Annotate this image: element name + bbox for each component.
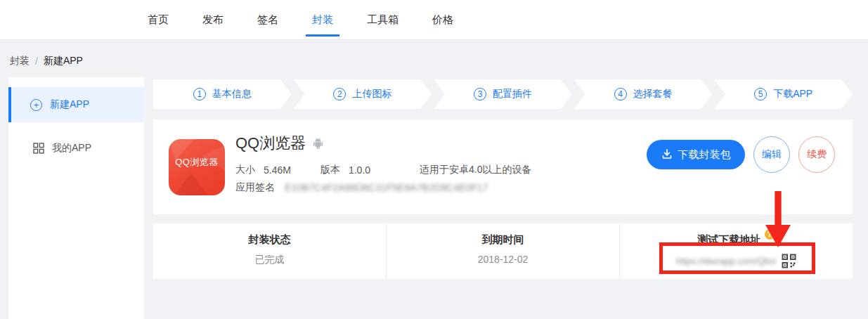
app-name: QQ浏览器 (235, 133, 306, 154)
breadcrumb: 封装 / 新建APP (10, 55, 83, 67)
step-label: 下载APP (773, 88, 812, 100)
app-meta: 大小 5.46M 版本 1.0.0 适用于安卓4.0以上的设备 (235, 164, 532, 176)
version-label: 版本 (320, 164, 340, 176)
renew-button[interactable]: 续费 (798, 136, 835, 173)
step-label: 选择套餐 (633, 88, 673, 100)
sidebar-item-new-app[interactable]: + 新建APP (8, 87, 144, 122)
android-icon (312, 137, 324, 150)
step-select-plan[interactable]: 4 选择套餐 (574, 79, 713, 109)
package-state-label: 封装状态 (249, 233, 291, 247)
app-icon-label: QQ浏览器 (175, 156, 219, 169)
sidebar-item-label: 新建APP (50, 98, 89, 111)
test-download-url-masked[interactable]: https://dwzapp.com/Qbvi (676, 256, 776, 266)
expiry-value: 2018-12-02 (478, 254, 529, 265)
size-value: 5.46M (264, 164, 291, 176)
step-download-app[interactable]: 5 下载APP (714, 79, 853, 109)
sidebar-item-label: 我的APP (52, 142, 91, 155)
nav-item-package[interactable]: 封装 (312, 13, 333, 27)
download-package-button[interactable]: 下载封装包 (647, 140, 745, 169)
sidebar: + 新建APP 我的APP (8, 77, 144, 319)
signature-label: 应用签名 (235, 181, 275, 194)
help-icon[interactable]: ? (765, 229, 775, 240)
step-label: 基本信息 (212, 88, 252, 100)
step-number: 3 (474, 88, 486, 100)
package-state-value: 已完成 (255, 254, 285, 266)
status-col-package-state: 封装状态 已完成 (153, 223, 387, 279)
grid-icon (33, 143, 44, 154)
download-package-label: 下载封装包 (678, 148, 731, 162)
download-icon (661, 148, 673, 162)
top-nav: 首页 发布 签名 封装 工具箱 价格 (0, 0, 868, 40)
signature-value-masked: E10B7C4F2A98D6C31F5E8A7B2D9C4E0F17 (285, 182, 488, 193)
step-number: 2 (333, 88, 346, 100)
nav-item-toolbox[interactable]: 工具箱 (367, 13, 399, 27)
nav-item-publish[interactable]: 发布 (202, 13, 224, 27)
breadcrumb-separator: / (35, 56, 38, 67)
nav-item-home[interactable]: 首页 (148, 13, 169, 27)
app-icon: QQ浏览器 (169, 139, 225, 195)
size-label: 大小 (235, 164, 255, 176)
step-configure-plugins[interactable]: 3 配置插件 (434, 79, 572, 109)
version-value: 1.0.0 (349, 164, 370, 176)
sidebar-item-my-app[interactable]: 我的APP (8, 131, 144, 166)
plus-circle-icon: + (30, 99, 42, 111)
edit-button[interactable]: 编辑 (753, 136, 790, 173)
status-col-expiry: 到期时间 2018-12-02 (387, 223, 620, 279)
steps-bar: 1 基本信息 2 上传图标 3 配置插件 4 选择套餐 5 下载APP (153, 79, 853, 109)
step-number: 5 (754, 88, 767, 100)
package-app-page: 首页 发布 签名 封装 工具箱 价格 封装 / 新建APP + 新建APP 我的… (0, 0, 868, 319)
expiry-label: 到期时间 (482, 233, 524, 247)
step-label: 配置插件 (493, 88, 532, 100)
status-card: 封装状态 已完成 到期时间 2018-12-02 测试下载地址 ? https:… (153, 223, 853, 279)
step-upload-icon[interactable]: 2 上传图标 (294, 79, 432, 109)
nav-item-price[interactable]: 价格 (432, 13, 453, 27)
breadcrumb-section[interactable]: 封装 (10, 55, 30, 67)
step-label: 上传图标 (352, 88, 391, 100)
step-number: 1 (193, 88, 206, 100)
nav-item-sign[interactable]: 签名 (257, 13, 278, 27)
status-col-test-download: 测试下载地址 ? https://dwzapp.com/Qbvi (620, 223, 853, 279)
app-info-card: QQ浏览器 QQ浏览器 大小 5.46M 版本 1.0.0 (153, 119, 853, 214)
app-signature-row: 应用签名 E10B7C4F2A98D6C31F5E8A7B2D9C4E0F17 (235, 181, 488, 194)
compatibility-text: 适用于安卓4.0以上的设备 (420, 164, 531, 176)
breadcrumb-current: 新建APP (44, 55, 83, 67)
step-basic-info[interactable]: 1 基本信息 (153, 79, 292, 109)
qr-code-icon[interactable] (782, 254, 796, 268)
test-download-label: 测试下载地址 (698, 233, 761, 247)
step-number: 4 (614, 88, 627, 100)
